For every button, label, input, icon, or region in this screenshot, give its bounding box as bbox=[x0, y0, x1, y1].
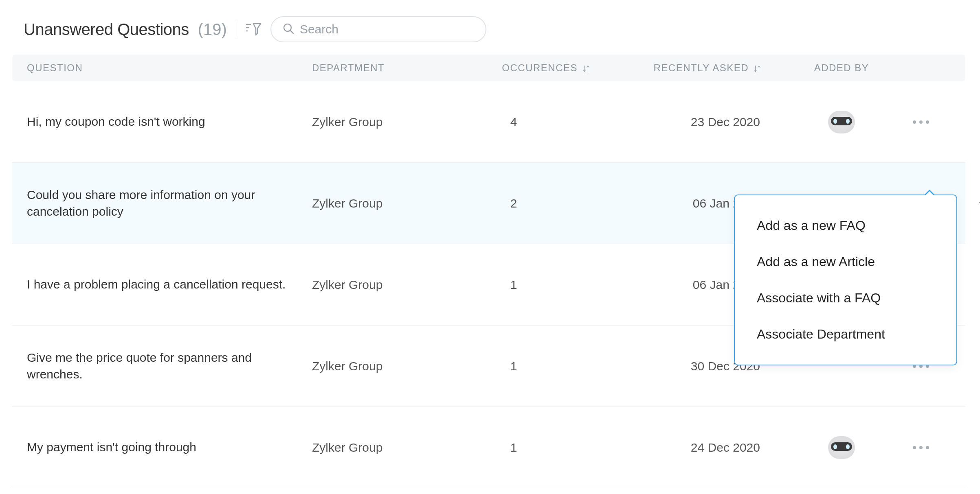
svg-line-4 bbox=[290, 31, 293, 33]
department-text: Zylker Group bbox=[312, 278, 463, 292]
occurrences-text: 4 bbox=[463, 115, 622, 129]
more-actions-button[interactable] bbox=[899, 446, 943, 449]
question-text: Give me the price quote for spanners and… bbox=[27, 350, 288, 383]
sort-icon: ↓↑ bbox=[753, 62, 760, 74]
department-text: Zylker Group bbox=[312, 359, 463, 373]
question-text: Hi, my coupon code isn't working bbox=[27, 114, 288, 130]
col-occurrences[interactable]: OCCURENCES ↓↑ bbox=[463, 62, 622, 74]
page-title: Unanswered Questions bbox=[24, 20, 189, 39]
table-header: QUESTION DEPARTMENT OCCURENCES ↓↑ RECENT… bbox=[12, 55, 965, 81]
occurrences-text: 1 bbox=[463, 359, 622, 373]
department-text: Zylker Group bbox=[312, 197, 463, 210]
avatar bbox=[828, 436, 855, 459]
question-text: I have a problem placing a cancellation … bbox=[27, 276, 288, 293]
popup-associate-faq[interactable]: Associate with a FAQ bbox=[735, 280, 956, 316]
date-text: 23 Dec 2020 bbox=[622, 115, 784, 129]
page-header: Unanswered Questions (19) bbox=[12, 12, 980, 55]
table-row[interactable]: Hi, my coupon code isn't workingZylker G… bbox=[12, 81, 965, 163]
row-actions-popup: Add as a new FAQ Add as a new Article As… bbox=[734, 195, 957, 365]
sort-icon: ↓↑ bbox=[582, 62, 589, 74]
filter-icon[interactable] bbox=[245, 22, 261, 37]
occurrences-text: 2 bbox=[463, 197, 622, 210]
col-recently-asked[interactable]: RECENTLY ASKED ↓↑ bbox=[622, 62, 784, 74]
search-icon bbox=[283, 23, 294, 36]
avatar bbox=[828, 111, 855, 133]
col-added-by[interactable]: ADDED BY bbox=[784, 62, 899, 74]
search-box[interactable] bbox=[270, 16, 486, 42]
added-by-cell bbox=[784, 111, 899, 133]
popup-associate-department[interactable]: Associate Department bbox=[735, 316, 956, 352]
trash-icon[interactable] bbox=[978, 199, 980, 215]
divider bbox=[236, 22, 236, 37]
popup-add-new-article[interactable]: Add as a new Article bbox=[735, 244, 956, 280]
count-badge: (19) bbox=[198, 20, 227, 39]
occurrences-text: 1 bbox=[463, 278, 622, 292]
department-text: Zylker Group bbox=[312, 441, 463, 455]
search-input[interactable] bbox=[300, 22, 474, 36]
table-row[interactable]: My payment isn't going throughZylker Gro… bbox=[12, 407, 965, 488]
popup-add-new-faq[interactable]: Add as a new FAQ bbox=[735, 208, 956, 244]
more-actions-button[interactable] bbox=[899, 120, 943, 124]
added-by-cell bbox=[784, 436, 899, 459]
occurrences-text: 1 bbox=[463, 441, 622, 455]
question-text: My payment isn't going through bbox=[27, 439, 288, 456]
date-text: 24 Dec 2020 bbox=[622, 441, 784, 455]
question-text: Could you share more information on your… bbox=[27, 187, 288, 220]
department-text: Zylker Group bbox=[312, 115, 463, 129]
col-question[interactable]: QUESTION bbox=[27, 62, 312, 74]
col-department[interactable]: DEPARTMENT bbox=[312, 62, 463, 74]
